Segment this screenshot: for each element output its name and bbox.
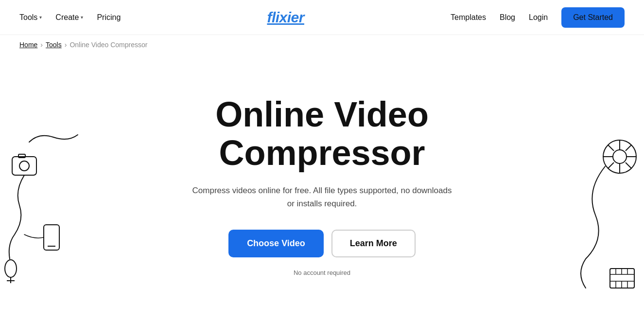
create-menu[interactable]: Create ▾ (55, 13, 83, 22)
svg-rect-2 (18, 154, 25, 158)
hero-subtitle: Compress videos online for free. All fil… (191, 184, 453, 210)
hero-section: Online Video Compressor Compress videos … (0, 54, 644, 325)
svg-line-17 (608, 162, 614, 168)
tools-label: Tools (19, 13, 37, 22)
blog-link[interactable]: Blog (500, 13, 515, 22)
svg-rect-18 (610, 269, 634, 288)
svg-line-16 (626, 145, 631, 151)
tools-chevron: ▾ (39, 15, 42, 20)
svg-rect-6 (44, 225, 59, 250)
logo[interactable]: flixier (267, 9, 304, 26)
svg-point-3 (5, 260, 17, 277)
nav-right: Templates Blog Login Get Started (451, 7, 625, 28)
hero-cta: Choose Video Learn More No account requi… (228, 230, 416, 276)
hero-title: Online Video Compressor (152, 95, 492, 172)
svg-point-8 (603, 140, 636, 173)
svg-point-9 (613, 150, 627, 163)
breadcrumb-sep2: › (65, 41, 67, 49)
breadcrumb: Home › Tools › Online Video Compressor (0, 35, 644, 54)
breadcrumb-current: Online Video Compressor (70, 41, 147, 49)
svg-line-15 (626, 162, 631, 168)
tools-menu[interactable]: Tools ▾ (19, 13, 42, 22)
create-label: Create (55, 13, 79, 22)
svg-line-14 (608, 145, 614, 151)
svg-point-1 (19, 161, 29, 171)
templates-link[interactable]: Templates (451, 13, 486, 22)
pricing-link[interactable]: Pricing (97, 13, 121, 22)
deco-right-illustration (537, 123, 644, 298)
breadcrumb-home[interactable]: Home (19, 41, 37, 49)
nav-left: Tools ▾ Create ▾ Pricing (19, 13, 121, 22)
breadcrumb-tools[interactable]: Tools (46, 41, 62, 49)
learn-more-button[interactable]: Learn More (331, 230, 416, 257)
get-started-button[interactable]: Get Started (561, 7, 625, 28)
no-account-label: No account required (294, 269, 350, 276)
hero-buttons-row: Choose Video Learn More (228, 230, 416, 257)
deco-left-illustration (0, 127, 97, 283)
create-chevron: ▾ (81, 15, 83, 20)
navbar: Tools ▾ Create ▾ Pricing flixier Templat… (0, 0, 644, 35)
login-link[interactable]: Login (529, 13, 548, 22)
choose-video-button[interactable]: Choose Video (228, 230, 324, 257)
svg-rect-0 (12, 157, 36, 175)
breadcrumb-sep1: › (40, 41, 43, 49)
